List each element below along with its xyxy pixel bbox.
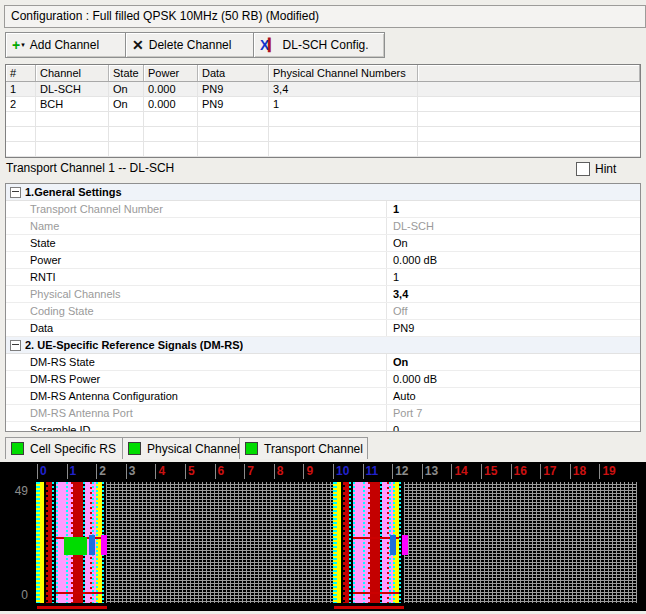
- collapse-minus-icon[interactable]: [10, 340, 21, 351]
- add-channel-button[interactable]: +▾ Add Channel: [5, 32, 133, 58]
- property-value[interactable]: 0.000 dB: [386, 252, 640, 268]
- table-cell[interactable]: PN9: [198, 97, 269, 111]
- table-cell[interactable]: [269, 142, 418, 156]
- property-row[interactable]: DM-RS StateOn: [6, 354, 640, 371]
- property-value[interactable]: 0.000 dB: [386, 371, 640, 387]
- property-row[interactable]: DM-RS Antenna PortPort 7: [6, 405, 640, 422]
- table-cell[interactable]: [269, 127, 418, 141]
- legend-tab-transport-channel[interactable]: Transport Channel: [239, 437, 368, 459]
- property-row[interactable]: StateOn: [6, 235, 640, 252]
- property-value[interactable]: PN9: [386, 320, 640, 336]
- property-row[interactable]: DM-RS Power0.000 dB: [6, 371, 640, 388]
- delete-channel-label: Delete Channel: [149, 38, 232, 52]
- table-cell[interactable]: [198, 142, 269, 156]
- property-value[interactable]: 1: [386, 201, 640, 217]
- table-header-cell[interactable]: Physical Channel Numbers: [269, 65, 418, 81]
- property-row[interactable]: Power0.000 dB: [6, 252, 640, 269]
- table-header-cell[interactable]: Power: [144, 65, 198, 81]
- property-row[interactable]: Transport Channel Number1: [6, 201, 640, 218]
- table-cell[interactable]: On: [109, 97, 144, 111]
- marker-blue-1[interactable]: [89, 535, 95, 555]
- table-empty-row[interactable]: [6, 142, 640, 157]
- selection-green[interactable]: [64, 537, 87, 555]
- table-cell[interactable]: On: [109, 82, 144, 96]
- table-cell[interactable]: [144, 142, 198, 156]
- property-value[interactable]: DL-SCH: [386, 218, 640, 234]
- table-header-cell[interactable]: State: [109, 65, 144, 81]
- table-header-cell[interactable]: Channel: [36, 65, 109, 81]
- table-cell[interactable]: 0.000: [144, 97, 198, 111]
- table-cell[interactable]: [198, 127, 269, 141]
- table-cell[interactable]: [418, 97, 640, 111]
- table-cell[interactable]: [109, 142, 144, 156]
- table-cell[interactable]: 2: [6, 97, 36, 111]
- table-cell[interactable]: PN9: [198, 82, 269, 96]
- property-category-row[interactable]: 2. UE-Specific Reference Signals (DM-RS): [6, 337, 640, 354]
- table-cell[interactable]: [109, 112, 144, 126]
- table-header-cell[interactable]: Data: [198, 65, 269, 81]
- table-row[interactable]: 2BCHOn0.000PN91: [6, 97, 640, 112]
- configuration-title-bar: Configuration : Full filled QPSK 10MHz (…: [4, 5, 646, 28]
- table-cell[interactable]: [198, 112, 269, 126]
- table-cell[interactable]: [418, 82, 640, 96]
- grid-column-label: 17: [543, 464, 556, 478]
- property-row[interactable]: DataPN9: [6, 320, 640, 337]
- table-cell[interactable]: [6, 112, 36, 126]
- property-label: DM-RS Antenna Port: [6, 405, 386, 421]
- table-cell[interactable]: 1: [6, 82, 36, 96]
- legend-tab-cell-specific-rs[interactable]: Cell Specific RS: [5, 437, 126, 459]
- property-row[interactable]: Coding StateOff: [6, 303, 640, 320]
- table-cell[interactable]: BCH: [36, 97, 109, 111]
- property-row[interactable]: NameDL-SCH: [6, 218, 640, 235]
- property-row[interactable]: RNTI1: [6, 269, 640, 286]
- symbol-stripe: [355, 482, 363, 603]
- table-cell[interactable]: DL-SCH: [36, 82, 109, 96]
- table-cell[interactable]: [144, 112, 198, 126]
- property-value[interactable]: Off: [386, 303, 640, 319]
- property-value[interactable]: Auto: [386, 388, 640, 404]
- dlsch-config-button[interactable]: X▎ DL-SCH Config.: [253, 32, 385, 58]
- legend-tab-physical-channel[interactable]: Physical Channel: [122, 437, 243, 459]
- table-cell[interactable]: [418, 112, 640, 126]
- block-red-row: [353, 592, 399, 594]
- table-cell[interactable]: [144, 127, 198, 141]
- table-cell[interactable]: 3,4: [269, 82, 418, 96]
- property-value[interactable]: 1: [386, 269, 640, 285]
- table-cell[interactable]: [36, 112, 109, 126]
- table-header-cell[interactable]: [418, 65, 640, 81]
- table-cell[interactable]: [418, 127, 640, 141]
- property-row[interactable]: Scramble ID0: [6, 422, 640, 432]
- grid-column-label: 2: [99, 464, 106, 478]
- table-cell[interactable]: [269, 112, 418, 126]
- property-value[interactable]: On: [386, 235, 640, 251]
- table-cell[interactable]: [36, 127, 109, 141]
- table-empty-row[interactable]: [6, 127, 640, 142]
- delete-channel-button[interactable]: ✕ Delete Channel: [125, 32, 259, 58]
- hint-checkbox-group[interactable]: Hint: [576, 162, 616, 176]
- marker-blue-2[interactable]: [390, 535, 396, 555]
- property-value[interactable]: 0: [386, 422, 640, 432]
- table-header-cell[interactable]: #: [6, 65, 36, 81]
- property-row[interactable]: Physical Channels3,4: [6, 286, 640, 303]
- property-value[interactable]: 3,4: [386, 286, 640, 302]
- bottom-red-line: [334, 606, 404, 609]
- table-cell[interactable]: [6, 127, 36, 141]
- table-cell[interactable]: 0.000: [144, 82, 198, 96]
- property-category-row[interactable]: 1.General Settings: [6, 184, 640, 201]
- table-row[interactable]: 1DL-SCHOn0.000PN93,4: [6, 82, 640, 97]
- property-row[interactable]: DM-RS Antenna ConfigurationAuto: [6, 388, 640, 405]
- table-cell[interactable]: [109, 127, 144, 141]
- table-cell[interactable]: [418, 142, 640, 156]
- property-value[interactable]: Port 7: [386, 405, 640, 421]
- marker-magenta-1[interactable]: [101, 535, 107, 555]
- marker-magenta-2[interactable]: [402, 535, 408, 555]
- table-empty-row[interactable]: [6, 112, 640, 127]
- hint-checkbox[interactable]: [576, 162, 590, 176]
- property-value[interactable]: On: [386, 354, 640, 370]
- collapse-minus-icon[interactable]: [10, 187, 21, 198]
- property-label: Coding State: [6, 303, 386, 319]
- table-cell[interactable]: [36, 142, 109, 156]
- table-cell[interactable]: [6, 142, 36, 156]
- table-cell[interactable]: 1: [269, 97, 418, 111]
- property-label: Name: [6, 218, 386, 234]
